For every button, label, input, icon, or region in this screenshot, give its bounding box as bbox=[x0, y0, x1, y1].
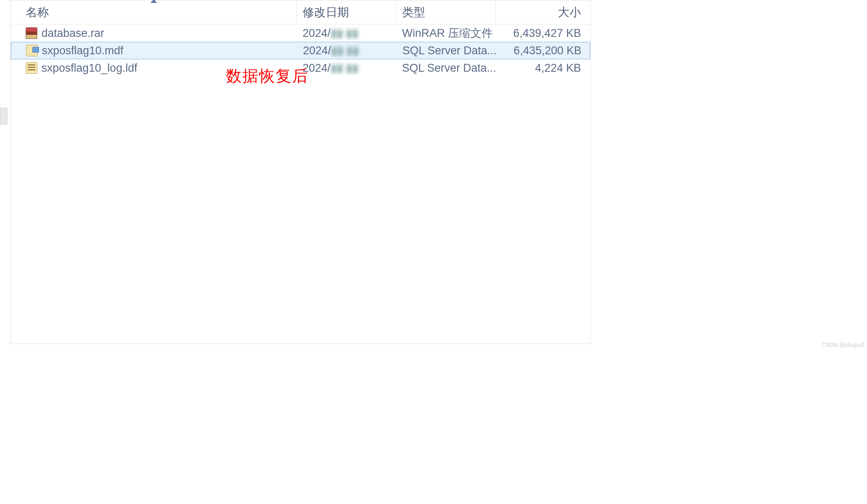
file-date-prefix: 2024/ bbox=[303, 44, 331, 57]
file-name-cell: sxposflag10.mdf bbox=[11, 44, 297, 57]
column-header-name[interactable]: 名称 bbox=[11, 0, 297, 24]
watermark-text: CSDN @shujuxf bbox=[821, 342, 864, 348]
file-date-redacted: ▮▮ ▮▮ bbox=[331, 27, 359, 40]
file-name-cell: database.rar bbox=[11, 27, 297, 40]
file-type-cell: SQL Server Data... bbox=[396, 62, 496, 75]
scrollbar-track[interactable] bbox=[0, 108, 7, 124]
file-date-redacted: ▮▮ ▮▮ bbox=[331, 44, 359, 57]
column-header-date-label: 修改日期 bbox=[303, 5, 349, 20]
file-size-cell: 6,439,427 KB bbox=[496, 27, 587, 40]
file-type-cell: WinRAR 压缩文件 bbox=[396, 26, 496, 41]
column-header-size[interactable]: 大小 bbox=[496, 0, 587, 24]
column-header-type[interactable]: 类型 bbox=[396, 0, 496, 24]
file-list-view: 名称 修改日期 类型 大小 database.rar2024/▮▮ ▮▮WinR… bbox=[10, 0, 591, 344]
file-row[interactable]: sxposflag10.mdf2024/▮▮ ▮▮SQL Server Data… bbox=[11, 42, 590, 59]
sort-indicator-icon bbox=[150, 0, 157, 3]
annotation-overlay: 数据恢复后 bbox=[226, 65, 309, 87]
file-type-cell: SQL Server Data... bbox=[397, 44, 496, 57]
mdf-file-icon bbox=[26, 45, 38, 56]
file-name-label: sxposflag10.mdf bbox=[42, 44, 124, 57]
file-date-cell: 2024/▮▮ ▮▮ bbox=[297, 27, 396, 40]
ldf-file-icon bbox=[26, 62, 37, 74]
file-date-cell: 2024/▮▮ ▮▮ bbox=[297, 61, 396, 75]
column-header-date[interactable]: 修改日期 bbox=[297, 0, 396, 24]
file-size-cell: 6,435,200 KB bbox=[496, 44, 587, 57]
column-header-name-label: 名称 bbox=[26, 5, 49, 20]
file-date-prefix: 2024/ bbox=[303, 27, 331, 40]
rar-file-icon bbox=[26, 27, 37, 39]
column-header-size-label: 大小 bbox=[558, 5, 581, 20]
file-date-redacted: ▮▮ ▮▮ bbox=[331, 61, 359, 75]
file-size-cell: 4,224 KB bbox=[496, 62, 587, 75]
column-header-type-label: 类型 bbox=[402, 5, 425, 20]
column-header-row: 名称 修改日期 类型 大小 bbox=[11, 0, 590, 24]
file-name-label: sxposflag10_log.ldf bbox=[41, 62, 137, 75]
file-row[interactable]: database.rar2024/▮▮ ▮▮WinRAR 压缩文件6,439,4… bbox=[11, 24, 590, 42]
file-date-cell: 2024/▮▮ ▮▮ bbox=[297, 44, 397, 57]
file-name-label: database.rar bbox=[41, 27, 104, 40]
